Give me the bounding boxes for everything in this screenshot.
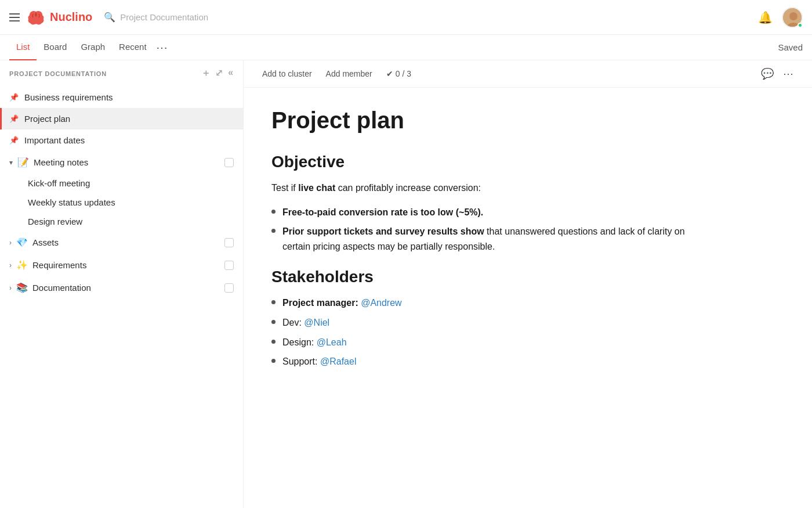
- meeting-notes-emoji: 📝: [17, 157, 29, 168]
- bullet-dot: [271, 320, 276, 324]
- stakeholder-dev: Dev: @Niel: [282, 315, 329, 330]
- bullet-bold-1: Free-to-paid conversion rate is too low …: [282, 207, 483, 217]
- bullet-item-1: Free-to-paid conversion rate is too low …: [271, 205, 715, 220]
- document-title: Project plan: [271, 106, 715, 134]
- tab-graph[interactable]: Graph: [74, 35, 112, 60]
- saved-status: Saved: [778, 42, 803, 52]
- bullet-text-2: Prior support tickets and survey results…: [282, 224, 715, 254]
- sidebar-item-project-plan[interactable]: 📌 Project plan: [0, 108, 243, 129]
- tab-list[interactable]: List: [9, 35, 37, 60]
- logo-text: Nuclino: [50, 10, 92, 24]
- sidebar-section-documentation[interactable]: › 📚 Documentation: [0, 276, 243, 299]
- section-label: Documentation: [32, 283, 220, 293]
- search-placeholder: Project Documentation: [120, 12, 208, 22]
- section-checkbox[interactable]: [224, 238, 234, 247]
- objective-intro: Test if live chat can profitably increas…: [271, 181, 715, 196]
- sub-item-label: Design review: [28, 217, 82, 226]
- tab-board[interactable]: Board: [37, 35, 74, 60]
- sidebar-item-design[interactable]: Design review: [0, 212, 243, 231]
- tab-bar: List Board Graph Recent ⋯ Saved: [0, 35, 812, 60]
- more-options-icon[interactable]: ⋯: [783, 67, 793, 80]
- stakeholders-heading: Stakeholders: [271, 268, 715, 286]
- sidebar: PROJECT DOCUMENTATION ＋ ⤢ « 📌 Business r…: [0, 60, 244, 508]
- section-label: Requirements: [32, 260, 220, 270]
- objective-heading: Objective: [271, 153, 715, 171]
- svg-point-1: [789, 12, 798, 20]
- sidebar-item-label: Business requirements: [24, 92, 234, 102]
- bullet-dot: [271, 359, 276, 363]
- add-to-cluster-button[interactable]: Add to cluster: [262, 69, 312, 78]
- stakeholder-item-design: Design: @Leah: [271, 335, 715, 350]
- live-chat-bold: live chat: [298, 183, 335, 193]
- bullet-dot: [271, 229, 276, 233]
- checklist-badge[interactable]: ✔ 0 / 3: [386, 69, 411, 78]
- search-bar[interactable]: 🔍 Project Documentation: [104, 12, 758, 23]
- stakeholders-list: Project manager: @Andrew Dev: @Niel Desi…: [271, 296, 715, 369]
- logo[interactable]: Nuclino: [27, 9, 92, 26]
- stakeholder-label-pm: Project manager:: [282, 298, 361, 308]
- chevron-right-icon: ›: [9, 284, 12, 292]
- sidebar-section-assets[interactable]: › 💎 Assets: [0, 231, 243, 254]
- bullet-dot: [271, 300, 276, 304]
- comment-icon[interactable]: 💬: [761, 67, 774, 80]
- checklist-check-icon: ✔: [386, 69, 393, 78]
- content-area: Add to cluster Add member ✔ 0 / 3 💬 ⋯ Pr…: [244, 60, 812, 508]
- chevron-down-icon: ▾: [9, 158, 13, 167]
- sidebar-section-meeting-notes[interactable]: ▾ 📝 Meeting notes: [0, 151, 243, 174]
- section-checkbox[interactable]: [224, 283, 234, 293]
- sidebar-section-title: PROJECT DOCUMENTATION: [9, 70, 107, 77]
- assets-emoji: 💎: [16, 237, 28, 248]
- pin-icon: 📌: [9, 136, 19, 145]
- stakeholder-link-leah[interactable]: @Leah: [317, 337, 347, 347]
- search-icon: 🔍: [104, 12, 115, 23]
- hamburger-menu[interactable]: [9, 13, 20, 21]
- stakeholder-item-support: Support: @Rafael: [271, 354, 715, 369]
- nav-right: 🔔: [758, 7, 803, 28]
- sub-item-label: Kick-off meeting: [28, 178, 90, 188]
- sidebar-item-weekly[interactable]: Weekly status updates: [0, 193, 243, 212]
- collapse-sidebar-button[interactable]: «: [228, 67, 234, 80]
- documentation-emoji: 📚: [16, 282, 28, 293]
- section-label: Meeting notes: [34, 157, 220, 167]
- sidebar-item-important-dates[interactable]: 📌 Important dates: [0, 129, 243, 151]
- stakeholder-item-dev: Dev: @Niel: [271, 315, 715, 330]
- checklist-count: 0 / 3: [396, 69, 411, 78]
- sub-item-label: Weekly status updates: [28, 197, 115, 207]
- sidebar-header: PROJECT DOCUMENTATION ＋ ⤢ «: [0, 60, 243, 87]
- stakeholder-link-andrew[interactable]: @Andrew: [361, 298, 402, 308]
- bullet-bold-2: Prior support tickets and survey results…: [282, 226, 484, 236]
- bullet-text-1: Free-to-paid conversion rate is too low …: [282, 205, 483, 220]
- pin-icon: 📌: [9, 114, 19, 123]
- section-checkbox[interactable]: [224, 158, 234, 167]
- objective-bullets: Free-to-paid conversion rate is too low …: [271, 205, 715, 254]
- online-dot: [798, 23, 803, 28]
- section-checkbox[interactable]: [224, 261, 234, 270]
- tab-more-button[interactable]: ⋯: [156, 41, 168, 55]
- pin-icon: 📌: [9, 93, 19, 102]
- sidebar-section-requirements[interactable]: › ✨ Requirements: [0, 254, 243, 276]
- chevron-right-icon: ›: [9, 261, 12, 269]
- bell-icon[interactable]: 🔔: [758, 10, 773, 24]
- section-label: Assets: [32, 237, 220, 247]
- stakeholder-design: Design: @Leah: [282, 335, 347, 350]
- bullet-dot: [271, 210, 276, 214]
- sidebar-header-actions: ＋ ⤢ «: [201, 67, 234, 80]
- stakeholder-link-rafael[interactable]: @Rafael: [320, 356, 357, 366]
- stakeholder-item-pm: Project manager: @Andrew: [271, 296, 715, 311]
- chevron-right-icon: ›: [9, 239, 12, 247]
- content-body: Project plan Objective Test if live chat…: [244, 88, 742, 402]
- requirements-emoji: ✨: [16, 260, 28, 271]
- sidebar-item-business-req[interactable]: 📌 Business requirements: [0, 87, 243, 108]
- sidebar-item-label: Project plan: [24, 114, 234, 124]
- content-toolbar-right: 💬 ⋯: [761, 67, 793, 80]
- stakeholder-support: Support: @Rafael: [282, 354, 356, 369]
- stakeholder-link-niel[interactable]: @Niel: [304, 318, 329, 327]
- add-member-button[interactable]: Add member: [326, 69, 372, 78]
- sidebar-item-kickoff[interactable]: Kick-off meeting: [0, 174, 243, 193]
- bullet-dot: [271, 340, 276, 344]
- avatar-wrapper[interactable]: [782, 7, 803, 28]
- tab-recent[interactable]: Recent: [112, 35, 154, 60]
- expand-button[interactable]: ⤢: [215, 67, 223, 80]
- main-layout: PROJECT DOCUMENTATION ＋ ⤢ « 📌 Business r…: [0, 60, 812, 508]
- add-item-button[interactable]: ＋: [201, 67, 211, 80]
